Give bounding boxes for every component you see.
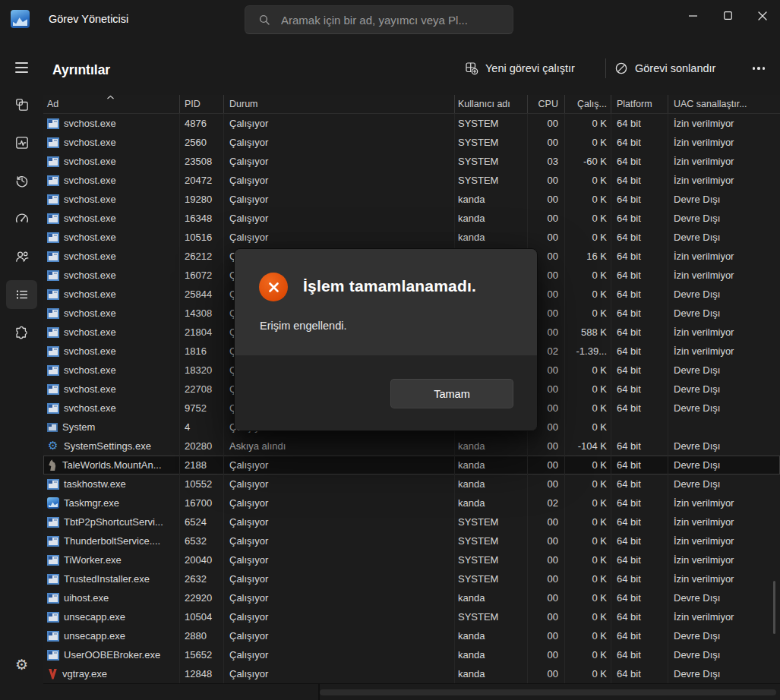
process-cpu: 03 <box>528 152 565 171</box>
table-row[interactable]: ThunderboltService.... 6532 Çalışıyor SY… <box>43 531 780 550</box>
sidebar-item-services[interactable] <box>6 318 37 347</box>
maximize-button[interactable] <box>710 0 745 31</box>
column-header-cpu[interactable]: CPU <box>528 95 565 113</box>
process-icon <box>47 423 58 432</box>
process-icon <box>47 650 59 661</box>
table-row[interactable]: svchost.exe 4876 Çalışıyor SYSTEM 00 0 K… <box>43 114 780 133</box>
table-row[interactable]: UserOOBEBroker.exe 15652 Çalışıyor kanda… <box>43 645 780 664</box>
horizontal-scrollbar[interactable] <box>43 683 780 700</box>
process-pid: 1816 <box>180 342 224 361</box>
close-button[interactable] <box>745 0 780 31</box>
column-header-name[interactable]: Ad <box>43 95 180 113</box>
process-icon <box>47 308 59 319</box>
table-row[interactable]: TiWorker.exe 20040 Çalışıyor SYSTEM 00 0… <box>43 550 780 569</box>
column-header-platform[interactable]: Platform <box>611 95 668 113</box>
settings-gear-icon: ⚙ <box>15 657 28 672</box>
table-row[interactable]: SystemSettings.exe 20280 Askıya alındı k… <box>43 437 780 456</box>
error-x-icon <box>259 273 288 301</box>
process-status: Çalışıyor <box>224 209 455 228</box>
sidebar-item-app-history[interactable] <box>6 166 37 195</box>
process-name: svchost.exe <box>64 307 116 319</box>
search-input[interactable] <box>279 13 513 27</box>
process-memory: -60 K <box>565 152 611 171</box>
process-icon <box>47 118 59 129</box>
table-row[interactable]: svchost.exe 10516 Çalışıyor kanda 00 0 K… <box>43 228 780 247</box>
process-icon <box>47 156 59 167</box>
table-row[interactable]: taskhostw.exe 10552 Çalışıyor kanda 00 0… <box>43 475 780 493</box>
process-platform: 64 bit <box>611 569 668 588</box>
table-row[interactable]: svchost.exe 19280 Çalışıyor kanda 00 0 K… <box>43 190 780 209</box>
settings-button[interactable]: ⚙ <box>6 650 37 679</box>
process-icon <box>47 536 59 547</box>
process-icon <box>47 251 59 262</box>
process-cpu: 00 <box>528 171 565 190</box>
column-header-uac[interactable]: UAC sanallaştır... <box>668 95 780 113</box>
process-memory: 0 K <box>565 190 611 209</box>
window-controls <box>675 0 780 31</box>
process-status: Askıya alındı <box>224 437 455 456</box>
table-row[interactable]: svchost.exe 20472 Çalışıyor SYSTEM 00 0 … <box>43 171 780 190</box>
process-status: Çalışıyor <box>224 664 455 683</box>
process-status: Çalışıyor <box>224 493 455 512</box>
search-box[interactable] <box>245 5 513 34</box>
table-row[interactable]: unsecapp.exe 10504 Çalışıyor SYSTEM 00 0… <box>43 607 780 626</box>
minimize-button[interactable] <box>675 0 710 31</box>
table-row[interactable]: vgtray.exe 12848 Çalışıyor kanda 00 0 K … <box>43 664 780 683</box>
column-header-status[interactable]: Durum <box>224 95 455 113</box>
close-icon <box>758 11 767 20</box>
process-status: Çalışıyor <box>224 607 455 626</box>
process-icon <box>47 631 59 642</box>
process-cpu: 00 <box>528 475 565 493</box>
column-header-pid[interactable]: PID <box>180 95 224 113</box>
process-platform: 64 bit <box>611 285 668 304</box>
horizontal-scrollbar-thumb[interactable] <box>320 689 776 695</box>
process-memory: 0 K <box>565 209 611 228</box>
process-uac: İzin verilmiyor <box>668 323 780 342</box>
menu-button[interactable] <box>6 53 37 82</box>
process-icon <box>47 555 59 566</box>
process-pid: 20472 <box>180 171 224 190</box>
process-platform: 64 bit <box>611 342 668 361</box>
more-options-button[interactable] <box>742 56 775 80</box>
table-header-row: Ad PID Durum Kullanıcı adı CPU Çalış... … <box>43 95 780 114</box>
process-pid: 6524 <box>180 512 224 531</box>
table-row[interactable]: svchost.exe 2560 Çalışıyor SYSTEM 00 0 K… <box>43 133 780 152</box>
search-icon <box>258 14 270 26</box>
process-uac: İzin verilmiyor <box>668 493 780 512</box>
run-new-task-label: Yeni görevi çalıştır <box>485 62 575 74</box>
table-row[interactable]: Taskmgr.exe 16700 Çalışıyor kanda 02 0 K… <box>43 493 780 512</box>
process-pid: 16072 <box>180 266 224 285</box>
vertical-scrollbar-thumb[interactable] <box>773 581 775 634</box>
process-platform: 64 bit <box>611 626 668 645</box>
process-name: Taskmgr.exe <box>64 497 119 509</box>
process-uac: Devre Dışı <box>668 399 780 418</box>
process-icon <box>47 327 59 338</box>
sidebar-item-performance[interactable] <box>6 128 37 157</box>
new-task-icon <box>465 61 478 75</box>
process-cpu: 00 <box>528 664 565 683</box>
sidebar-item-users[interactable] <box>6 242 37 271</box>
table-row[interactable]: svchost.exe 23508 Çalışıyor SYSTEM 03 -6… <box>43 152 780 171</box>
table-row[interactable]: uihost.exe 22920 Çalışıyor kanda 00 0 K … <box>43 588 780 607</box>
table-row[interactable]: TrustedInstaller.exe 2632 Çalışıyor SYST… <box>43 569 780 588</box>
process-status: Çalışıyor <box>224 228 455 247</box>
task-manager-logo-icon <box>11 10 30 28</box>
table-row[interactable]: unsecapp.exe 2880 Çalışıyor kanda 00 0 K… <box>43 626 780 645</box>
column-header-user[interactable]: Kullanıcı adı <box>455 95 528 113</box>
sidebar-item-processes[interactable] <box>6 90 37 119</box>
column-header-memory[interactable]: Çalış... <box>565 95 611 113</box>
table-row[interactable]: TbtP2pShortcutServi... 6524 Çalışıyor SY… <box>43 512 780 531</box>
ok-button[interactable]: Tamam <box>390 379 513 408</box>
process-cpu: 00 <box>528 228 565 247</box>
table-row[interactable]: TaleWorlds.MountAn... 2188 Çalışıyor kan… <box>43 456 780 475</box>
process-icon <box>47 289 59 300</box>
run-new-task-button[interactable]: Yeni görevi çalıştır <box>465 53 575 84</box>
process-pid: 21804 <box>180 323 224 342</box>
process-uac: Devre Dışı <box>668 456 780 475</box>
sidebar-item-startup-apps[interactable] <box>6 204 37 233</box>
process-pid: 2188 <box>180 456 224 475</box>
sidebar-item-details[interactable] <box>6 280 37 309</box>
end-task-button[interactable]: Görevi sonlandır <box>614 53 715 84</box>
process-memory: 0 K <box>565 304 611 323</box>
table-row[interactable]: svchost.exe 16348 Çalışıyor kanda 00 0 K… <box>43 209 780 228</box>
